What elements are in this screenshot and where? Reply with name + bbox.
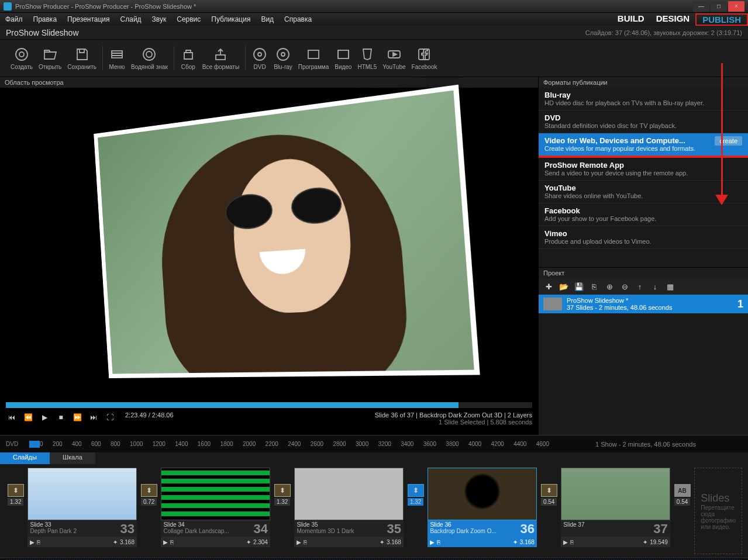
- fullscreen-button[interactable]: ⛶: [104, 412, 116, 423]
- slide-block[interactable]: Slide 33Depth Pan Dark 233▶⎘✦3.168: [27, 468, 137, 554]
- slide-play-icon[interactable]: ▶: [297, 539, 301, 545]
- slide-play-icon[interactable]: ▶: [430, 539, 435, 545]
- menu-view[interactable]: Вид: [256, 15, 279, 23]
- proj-down-icon[interactable]: ↓: [650, 281, 660, 292]
- slide-block[interactable]: Slide 34Collage Dark Landscap...34▶⎘✦2.3…: [161, 468, 270, 554]
- proj-add-icon[interactable]: ⊕: [604, 281, 615, 292]
- slide-block[interactable]: Slide 36Backdrop Dark Zoom O...36▶⎘✦3.16…: [428, 468, 537, 554]
- tool-html5[interactable]: HTML5: [357, 46, 377, 70]
- slide-copy-icon[interactable]: ⎘: [570, 539, 574, 545]
- publish-item[interactable]: Video for Web, Devices and Compute...cre…: [539, 133, 748, 158]
- publish-header: Форматы публикации: [539, 77, 748, 88]
- mode-design[interactable]: DESIGN: [650, 13, 696, 26]
- transition-block[interactable]: ⬍1.32: [406, 468, 425, 554]
- slide-name: Slide 35: [297, 521, 387, 528]
- slide-play-icon[interactable]: ▶: [163, 539, 168, 545]
- tab-scale[interactable]: Шкала: [50, 452, 95, 464]
- transition-block[interactable]: ⬍0.72: [139, 468, 158, 554]
- slide-fx-icon[interactable]: ✦: [246, 539, 251, 545]
- tool-dvd[interactable]: DVD: [251, 46, 268, 70]
- menu-edit[interactable]: Правка: [28, 15, 63, 23]
- timeline[interactable]: ⬍1.32Slide 33Depth Pan Dark 233▶⎘✦3.168⬍…: [0, 464, 748, 558]
- menu-slide[interactable]: Слайд: [115, 15, 147, 23]
- last-button[interactable]: ⏭: [88, 412, 99, 423]
- ab-transition[interactable]: AB0.54: [673, 468, 692, 554]
- rewind-button[interactable]: ⏪: [22, 412, 34, 423]
- slide-fx-icon[interactable]: ✦: [113, 539, 118, 545]
- tool-video[interactable]: Видео: [335, 46, 351, 70]
- svg-point-1: [19, 52, 24, 57]
- menu-presentation[interactable]: Презентация: [62, 15, 115, 23]
- close-button[interactable]: ×: [728, 1, 744, 12]
- slide-block[interactable]: Slide 3737▶⎘✦19.549: [561, 468, 670, 554]
- stop-button[interactable]: ■: [55, 412, 67, 423]
- project-item[interactable]: ProShow Slideshow * 37 Slides - 2 minute…: [539, 295, 748, 313]
- project-item-title: ProShow Slideshow *: [567, 297, 672, 304]
- menu-sound[interactable]: Звук: [147, 15, 172, 23]
- publish-item[interactable]: VimeoProduce and upload videos to Vimeo.: [539, 226, 748, 249]
- publish-item[interactable]: FacebookAdd your show to your Facebook p…: [539, 203, 748, 226]
- proj-dup-icon[interactable]: ⎘: [589, 281, 599, 292]
- proj-up-icon[interactable]: ↑: [635, 281, 645, 292]
- tool-bluray[interactable]: Blu-ray: [274, 46, 292, 70]
- tool-save[interactable]: Сохранить: [67, 46, 96, 70]
- publish-item[interactable]: DVDStandard definition video disc for TV…: [539, 110, 748, 133]
- transition-block[interactable]: ⬍1.32: [273, 468, 292, 554]
- create-button[interactable]: create: [715, 136, 742, 146]
- slide-fx-icon[interactable]: ✦: [643, 539, 647, 545]
- proj-open-icon[interactable]: 📂: [559, 281, 569, 292]
- title-bar: ProShow Producer - ProShow Producer - Pr…: [0, 0, 748, 13]
- drop-zone[interactable]: SlidesПеретащите сюда фотографию или вид…: [694, 468, 742, 554]
- first-button[interactable]: ⏮: [6, 412, 18, 423]
- tool-menu[interactable]: Меню: [109, 46, 125, 70]
- slide-block[interactable]: Slide 35Momentum 3D 1 Dark35▶⎘✦3.168: [294, 468, 404, 554]
- menu-publication[interactable]: Публикация: [206, 15, 256, 23]
- publish-format-list[interactable]: Blu-rayHD video disc for playback on TVs…: [539, 88, 748, 268]
- forward-button[interactable]: ⏩: [71, 412, 83, 423]
- menu-help[interactable]: Справка: [279, 15, 317, 23]
- audio-waveform[interactable]: [0, 558, 748, 560]
- publish-item[interactable]: ProShow Remote AppSend a video to your d…: [539, 158, 748, 181]
- slide-thumbnail[interactable]: [161, 468, 270, 520]
- proj-grid-icon[interactable]: ▦: [665, 281, 675, 292]
- transition-block[interactable]: ⬍1.32: [6, 468, 25, 554]
- slide-copy-icon[interactable]: ⎘: [37, 539, 40, 545]
- tool-collect[interactable]: Сбор: [180, 46, 197, 70]
- slide-copy-icon[interactable]: ⎘: [170, 539, 174, 545]
- proj-save-icon[interactable]: 💾: [574, 281, 584, 292]
- slide-thumbnail[interactable]: [428, 468, 537, 520]
- transition-block[interactable]: ⬍0.54: [539, 468, 559, 554]
- slide-play-icon[interactable]: ▶: [30, 539, 35, 545]
- preview-area[interactable]: [0, 88, 538, 399]
- proj-new-icon[interactable]: ✚: [543, 281, 554, 292]
- mode-build[interactable]: BUILD: [612, 13, 650, 26]
- menu-file[interactable]: Файл: [0, 15, 28, 23]
- maximize-button[interactable]: □: [711, 1, 727, 12]
- slide-fx-icon[interactable]: ✦: [380, 539, 384, 545]
- slide-name: Slide 33: [30, 521, 120, 528]
- tool-all-formats[interactable]: Все форматы: [202, 46, 239, 70]
- svg-rect-10: [308, 50, 319, 58]
- tool-open[interactable]: Открыть: [39, 46, 61, 70]
- mode-publish[interactable]: PUBLISH: [695, 13, 748, 26]
- tool-watermark[interactable]: Водяной знак: [131, 46, 168, 70]
- tab-slides[interactable]: Слайды: [0, 452, 50, 464]
- slide-play-icon[interactable]: ▶: [563, 539, 568, 545]
- tool-new[interactable]: Создать: [11, 46, 33, 70]
- tool-facebook[interactable]: Facebook: [412, 46, 437, 70]
- minimize-button[interactable]: —: [693, 1, 709, 12]
- progress-bar[interactable]: [6, 402, 532, 408]
- publish-item[interactable]: Blu-rayHD video disc for playback on TVs…: [539, 88, 748, 110]
- slide-thumbnail[interactable]: [294, 468, 404, 520]
- tool-youtube[interactable]: YouTube: [382, 46, 405, 70]
- ruler-tick: 4000: [468, 441, 481, 447]
- slide-thumbnail[interactable]: [27, 468, 137, 520]
- tool-program[interactable]: Программа: [298, 46, 329, 70]
- play-button[interactable]: ▶: [39, 412, 50, 423]
- slide-thumbnail[interactable]: [561, 468, 670, 520]
- slide-copy-icon[interactable]: ⎘: [437, 539, 440, 545]
- slide-copy-icon[interactable]: ⎘: [304, 539, 307, 545]
- proj-remove-icon[interactable]: ⊖: [619, 281, 630, 292]
- slide-fx-icon[interactable]: ✦: [513, 539, 518, 545]
- menu-service[interactable]: Сервис: [171, 15, 206, 23]
